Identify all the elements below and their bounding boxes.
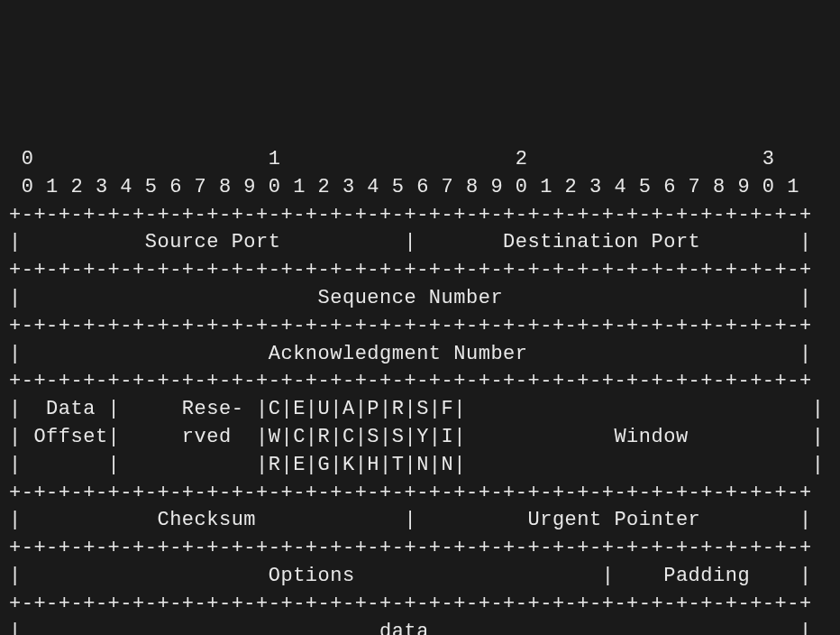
- row-source-dest-port: | Source Port | Destination Port |: [9, 231, 812, 253]
- row-offset-flags-window-line3: | | |R|E|G|K|H|T|N|N| |: [9, 454, 824, 476]
- divider-top: +-+-+-+-+-+-+-+-+-+-+-+-+-+-+-+-+-+-+-+-…: [9, 204, 812, 226]
- row-checksum-urgent: | Checksum | Urgent Pointer |: [9, 509, 812, 531]
- tcp-header-diagram: 0 1 2 3 0 1 2 3 4 5 6 7 8 9 0 1 2 3 4 5 …: [9, 118, 831, 635]
- row-offset-flags-window-line1: | Data | Rese- |C|E|U|A|P|R|S|F| |: [9, 398, 824, 420]
- row-data: | data |: [9, 621, 812, 635]
- divider: +-+-+-+-+-+-+-+-+-+-+-+-+-+-+-+-+-+-+-+-…: [9, 259, 812, 281]
- divider: +-+-+-+-+-+-+-+-+-+-+-+-+-+-+-+-+-+-+-+-…: [9, 315, 812, 337]
- row-offset-flags-window-line2: | Offset| rved |W|C|R|C|S|S|Y|I| Window …: [9, 426, 824, 448]
- divider: +-+-+-+-+-+-+-+-+-+-+-+-+-+-+-+-+-+-+-+-…: [9, 370, 812, 392]
- row-ack-number: | Acknowledgment Number |: [9, 343, 812, 365]
- bit-ruler-tens: 0 1 2 3: [9, 148, 775, 170]
- divider: +-+-+-+-+-+-+-+-+-+-+-+-+-+-+-+-+-+-+-+-…: [9, 482, 812, 504]
- divider: +-+-+-+-+-+-+-+-+-+-+-+-+-+-+-+-+-+-+-+-…: [9, 537, 812, 559]
- row-sequence-number: | Sequence Number |: [9, 287, 812, 309]
- bit-ruler-ones: 0 1 2 3 4 5 6 7 8 9 0 1 2 3 4 5 6 7 8 9 …: [9, 176, 799, 198]
- divider: +-+-+-+-+-+-+-+-+-+-+-+-+-+-+-+-+-+-+-+-…: [9, 593, 812, 615]
- row-options-padding: | Options | Padding |: [9, 565, 812, 587]
